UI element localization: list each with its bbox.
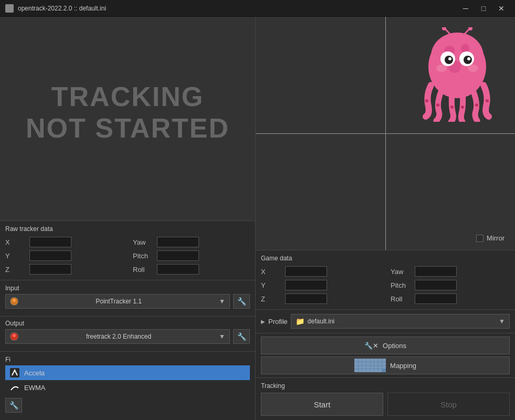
window-title: opentrack-2022.2.0 :: default.ini	[18, 5, 457, 12]
close-button[interactable]: ✕	[493, 2, 510, 15]
svg-point-23	[436, 65, 447, 72]
raw-x-value	[29, 237, 71, 247]
profile-row: ▶ Profile 📁 default.ini ▼	[256, 309, 515, 333]
filter-wrench-row: 🔧	[5, 398, 250, 413]
raw-pitch-value	[157, 250, 199, 261]
window-controls: ─ □ ✕	[457, 2, 510, 15]
start-button[interactable]: Start	[261, 393, 383, 416]
game-data-section: Game data X Yaw Y Pitch	[256, 250, 515, 309]
profile-collapse-arrow[interactable]: ▶	[261, 319, 265, 324]
svg-point-21	[475, 103, 478, 107]
octopus-area: Mirror	[256, 17, 515, 250]
options-button[interactable]: 🔧✕ Options	[261, 337, 510, 354]
main-content: TRACKING NOT STARTED Raw tracker data X …	[0, 17, 515, 420]
game-pitch-row: Pitch	[391, 279, 510, 291]
filter-item-accela[interactable]: Accela	[5, 365, 250, 380]
input-icon	[10, 297, 18, 306]
raw-yaw-label: Yaw	[133, 238, 154, 246]
mapping-grid-preview	[354, 359, 386, 372]
title-bar: opentrack-2022.2.0 :: default.ini ─ □ ✕	[0, 0, 515, 17]
svg-point-18	[436, 103, 439, 107]
svg-point-1	[13, 299, 16, 302]
raw-x-row: X	[5, 236, 122, 248]
options-label: Options	[383, 342, 406, 350]
tracking-buttons: Start Stop	[261, 393, 510, 416]
output-dropdown-arrow: ▼	[219, 333, 225, 340]
profile-label: Profile	[268, 318, 288, 326]
raw-tracker-title: Raw tracker data	[5, 225, 250, 233]
tracking-section: Tracking Start Stop	[256, 377, 515, 420]
svg-point-22	[486, 99, 489, 102]
maximize-button[interactable]: □	[475, 2, 492, 15]
filter-list: Accela EWMA	[5, 365, 250, 395]
stop-button: Stop	[387, 393, 510, 416]
profile-dropdown-arrow: ▼	[499, 318, 505, 325]
svg-point-15	[448, 57, 451, 60]
game-x-value	[285, 266, 327, 277]
mapping-label: Mapping	[390, 362, 416, 370]
input-label: Input	[5, 285, 250, 292]
action-buttons: 🔧✕ Options	[256, 333, 515, 377]
game-data-grid: X Yaw Y Pitch Z	[261, 265, 510, 305]
filter-accela-label: Accela	[24, 369, 45, 377]
raw-yaw-value	[157, 237, 199, 247]
tracking-area: TRACKING NOT STARTED	[0, 17, 255, 220]
game-yaw-value	[415, 266, 457, 277]
raw-y-value	[29, 250, 71, 261]
raw-yaw-row: Yaw	[133, 236, 250, 248]
svg-point-7	[431, 33, 484, 80]
svg-point-19	[450, 106, 454, 109]
filter-ewma-icon	[9, 382, 20, 393]
mirror-checkbox[interactable]	[476, 235, 484, 242]
tracking-subtitle: NOT STARTED	[0, 112, 255, 144]
profile-name: default.ini	[308, 318, 496, 325]
game-yaw-row: Yaw	[391, 265, 510, 278]
raw-roll-row: Roll	[133, 263, 250, 276]
output-icon	[10, 332, 18, 341]
filter-label: Fi	[5, 356, 250, 363]
profile-dropdown[interactable]: 📁 default.ini ▼	[291, 314, 510, 329]
tracking-title: TRACKING	[0, 81, 255, 112]
game-x-label: X	[261, 268, 282, 276]
game-roll-value	[415, 293, 457, 304]
output-settings-button[interactable]: 🔧	[233, 329, 250, 344]
svg-point-20	[461, 106, 464, 109]
game-data-title: Game data	[261, 255, 510, 262]
raw-z-label: Z	[5, 266, 26, 274]
game-x-row: X	[261, 265, 380, 278]
game-yaw-label: Yaw	[391, 268, 412, 276]
game-roll-row: Roll	[391, 292, 510, 305]
mapping-button[interactable]: Mapping	[261, 356, 510, 374]
tracking-section-label: Tracking	[261, 382, 510, 390]
raw-z-row: Z	[5, 263, 122, 276]
game-pitch-label: Pitch	[391, 281, 412, 289]
input-value: PointTracker 1.1	[96, 298, 142, 305]
game-pitch-value	[415, 280, 457, 290]
app-icon	[5, 4, 14, 13]
raw-roll-value	[157, 264, 199, 275]
input-dropdown[interactable]: PointTracker 1.1 ▼	[5, 294, 230, 309]
svg-point-16	[467, 57, 470, 60]
folder-icon: 📁	[296, 317, 304, 326]
game-z-label: Z	[261, 295, 282, 303]
right-panel: Mirror Game data X Yaw Y Pit	[256, 17, 515, 420]
minimize-button[interactable]: ─	[457, 2, 474, 15]
raw-pitch-row: Pitch	[133, 249, 250, 262]
input-settings-button[interactable]: 🔧	[233, 294, 250, 309]
filter-settings-button[interactable]: 🔧	[5, 398, 22, 413]
input-row: PointTracker 1.1 ▼ 🔧	[5, 294, 250, 309]
output-dropdown[interactable]: freetrack 2.0 Enhanced ▼	[5, 329, 230, 344]
svg-point-9	[461, 44, 469, 52]
game-roll-label: Roll	[391, 295, 412, 303]
game-z-value	[285, 293, 327, 304]
raw-y-label: Y	[5, 252, 26, 260]
raw-roll-label: Roll	[133, 266, 154, 274]
output-value: freetrack 2.0 Enhanced	[86, 333, 151, 340]
game-y-row: Y	[261, 279, 380, 291]
filter-section: Fi Accela	[0, 351, 255, 420]
raw-pitch-label: Pitch	[133, 252, 154, 260]
input-dropdown-arrow: ▼	[219, 298, 225, 305]
filter-item-ewma[interactable]: EWMA	[5, 380, 250, 395]
raw-tracker-section: Raw tracker data X Yaw Y Pitch	[0, 220, 255, 280]
raw-x-label: X	[5, 238, 26, 246]
